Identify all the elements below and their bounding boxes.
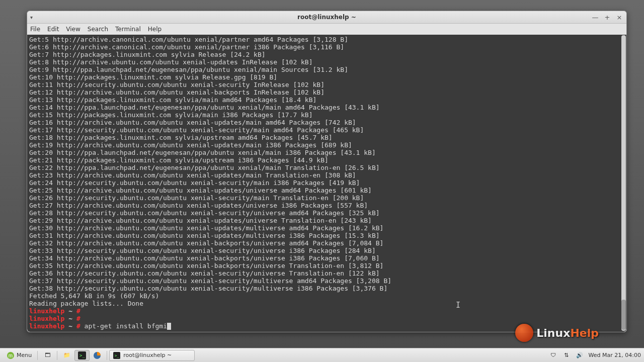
menu-file[interactable]: File — [30, 26, 40, 33]
menu-terminal[interactable]: Terminal — [115, 26, 141, 33]
clock[interactable]: Wed Mar 21, 04:00 — [589, 352, 641, 358]
network-icon[interactable]: ⇅ — [562, 351, 571, 359]
terminal-window: ▾ root@linuxhelp ~ — + × File Edit View … — [27, 11, 627, 332]
menubar: File Edit View Search Terminal Help — [27, 24, 626, 35]
menu-help[interactable]: Help — [148, 26, 162, 33]
mint-logo-icon: m — [7, 351, 15, 359]
taskbar-separator — [107, 351, 107, 360]
menu-view[interactable]: View — [66, 26, 80, 33]
svg-text:m: m — [9, 353, 13, 358]
menu-edit[interactable]: Edit — [47, 26, 59, 33]
files-icon: 📁 — [63, 351, 71, 359]
window-title: root@linuxhelp ~ — [27, 14, 626, 21]
close-button[interactable]: × — [615, 14, 623, 21]
menu-search[interactable]: Search — [88, 26, 108, 33]
terminal-icon: >_ — [113, 351, 121, 359]
firefox-icon — [93, 351, 101, 359]
files-launcher[interactable]: 📁 — [59, 350, 74, 361]
firefox-launcher[interactable] — [90, 350, 105, 361]
taskbar: m Menu 🗔 📁 >_ >_ root@linuxhelp ~ 🛡 ⇅ 🔊 … — [0, 348, 644, 362]
menu-button[interactable]: m Menu — [3, 350, 35, 361]
terminal-icon: >_ — [78, 351, 86, 359]
scrollbar[interactable] — [621, 35, 626, 331]
maximize-button[interactable]: + — [603, 14, 611, 21]
update-manager-icon[interactable]: 🛡 — [549, 351, 557, 359]
taskbar-separator — [37, 351, 38, 360]
taskbar-separator — [57, 351, 57, 360]
show-desktop-button[interactable]: 🗔 — [40, 350, 55, 361]
volume-icon[interactable]: 🔊 — [576, 351, 584, 359]
taskbar-entry-terminal[interactable]: >_ root@linuxhelp ~ — [109, 350, 195, 361]
titlebar[interactable]: ▾ root@linuxhelp ~ — + × — [27, 11, 626, 24]
svg-text:>_: >_ — [79, 353, 85, 358]
window-menu-dropdown-icon[interactable]: ▾ — [30, 15, 33, 20]
system-tray: 🛡 ⇅ 🔊 Wed Mar 21, 04:00 — [549, 351, 641, 359]
minimize-button[interactable]: — — [591, 14, 599, 21]
svg-text:>_: >_ — [115, 353, 120, 357]
text-cursor-ibeam-icon: I — [456, 301, 460, 310]
terminal-launcher[interactable]: >_ — [74, 350, 90, 361]
terminal-output[interactable]: Get:5 http://archive.canonical.com/ubunt… — [27, 35, 626, 332]
desktop-icon: 🗔 — [43, 351, 51, 359]
taskbar-entry-label: root@linuxhelp ~ — [123, 352, 172, 358]
scrollbar-thumb[interactable] — [621, 300, 626, 330]
menu-label: Menu — [17, 352, 32, 358]
